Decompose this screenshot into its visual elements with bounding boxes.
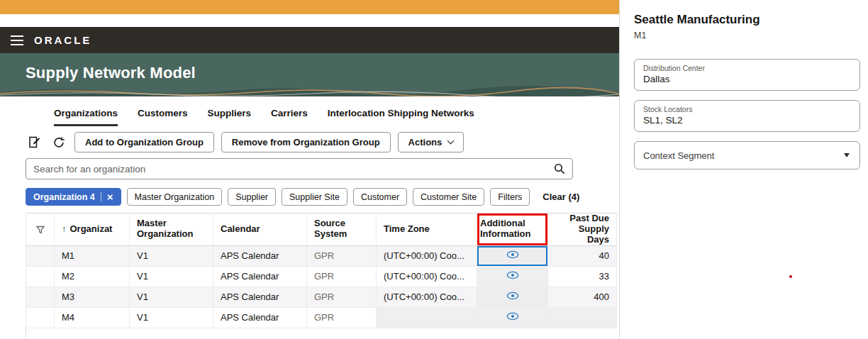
panel-fields: Distribution Center Dallas Stock Locator… xyxy=(634,59,860,170)
table-row-m1[interactable]: M1 V1 APS Calendar GPR (UTC+00:00) Coo..… xyxy=(26,245,617,266)
organizations-table: ↑Organizat Master Organization Calendar … xyxy=(26,213,617,328)
filter-chip-supplier[interactable]: Supplier xyxy=(228,188,276,206)
search-icon[interactable] xyxy=(554,163,565,174)
global-header: ORACLE xyxy=(0,27,619,53)
distribution-center-field[interactable]: Distribution Center Dallas xyxy=(634,59,860,91)
annotation-dot xyxy=(789,275,792,278)
table-toolbar: Add to Organization Group Remove from Or… xyxy=(26,132,619,152)
past-due-supply-days-cell[interactable]: 33 xyxy=(548,266,617,287)
past-due-supply-days-cell xyxy=(548,307,617,328)
eye-icon xyxy=(506,250,519,259)
organization-cell[interactable]: M4 xyxy=(55,307,130,328)
organization-cell[interactable]: M1 xyxy=(55,245,130,266)
past-due-supply-days-cell[interactable]: 400 xyxy=(548,287,617,307)
table-header-row: ↑Organizat Master Organization Calendar … xyxy=(26,213,617,246)
tab-interlocation-shipping-networks[interactable]: Interlocation Shipping Networks xyxy=(328,108,474,126)
eye-icon xyxy=(506,291,519,300)
oracle-logo: ORACLE xyxy=(34,34,91,46)
source-system-cell: GPR xyxy=(307,266,377,287)
column-header-master-organization[interactable]: Master Organization xyxy=(130,213,213,246)
stock-locators-field[interactable]: Stock Locators SL1, SL2 xyxy=(634,100,860,132)
clear-filters-button[interactable]: Clear (4) xyxy=(542,191,579,202)
filter-chip-customer-site[interactable]: Customer Site xyxy=(413,188,484,206)
row-selector-cell[interactable] xyxy=(26,266,55,287)
tab-bar: Organizations Customers Suppliers Carrie… xyxy=(54,108,619,126)
field-value: SL1, SL2 xyxy=(643,115,851,126)
main-content: Organizations Customers Suppliers Carrie… xyxy=(0,108,619,339)
column-header-past-due-supply-days[interactable]: Past Due Supply Days xyxy=(548,213,617,246)
row-selector-cell[interactable] xyxy=(26,245,55,266)
master-organization-cell[interactable]: V1 xyxy=(130,287,213,307)
banner-decoration-pattern xyxy=(0,86,619,96)
panel-subtitle: M1 xyxy=(634,30,860,40)
top-accent-bar xyxy=(0,0,619,14)
column-label: Organizat xyxy=(70,223,113,234)
additional-information-cell[interactable] xyxy=(477,307,548,328)
field-value: Dallas xyxy=(643,74,851,84)
column-header-additional-information[interactable]: Additional Information xyxy=(477,213,548,246)
close-icon[interactable]: × xyxy=(107,191,113,202)
column-header-organization[interactable]: ↑Organizat xyxy=(55,213,130,246)
calendar-cell[interactable]: APS Calendar xyxy=(213,266,307,287)
remove-from-organization-group-button[interactable]: Remove from Organization Group xyxy=(221,132,391,152)
time-zone-cell[interactable]: (UTC+00:00) Coo... xyxy=(377,287,477,307)
refresh-icon-button[interactable] xyxy=(50,134,67,151)
column-header-time-zone[interactable]: Time Zone xyxy=(377,213,477,246)
master-organization-cell[interactable]: V1 xyxy=(130,245,213,266)
tab-suppliers[interactable]: Suppliers xyxy=(208,108,252,126)
refresh-icon xyxy=(52,136,65,149)
panel-title: Seattle Manufacturing xyxy=(634,13,860,27)
additional-information-cell[interactable] xyxy=(477,266,548,287)
calendar-cell[interactable]: APS Calendar xyxy=(213,245,307,266)
master-organization-cell[interactable]: V1 xyxy=(130,307,213,328)
source-system-cell: GPR xyxy=(307,307,377,328)
main-area: ORACLE Supply Network Model Organization… xyxy=(0,0,619,339)
edit-page-icon xyxy=(28,135,41,149)
add-to-organization-group-button[interactable]: Add to Organization Group xyxy=(74,132,214,152)
dropdown-caret-icon xyxy=(844,153,850,157)
filters-button[interactable]: Filters xyxy=(490,188,530,206)
edit-page-icon-button[interactable] xyxy=(26,133,43,151)
additional-information-cell[interactable] xyxy=(477,245,548,266)
tab-carriers[interactable]: Carriers xyxy=(271,108,308,126)
eye-icon xyxy=(506,312,519,321)
filter-chip-master-organization[interactable]: Master Organization xyxy=(127,188,223,206)
tab-customers[interactable]: Customers xyxy=(138,108,188,126)
source-system-cell: GPR xyxy=(307,287,377,307)
master-organization-cell[interactable]: V1 xyxy=(130,266,213,287)
table-row-m3[interactable]: M3 V1 APS Calendar GPR (UTC+00:00) Coo..… xyxy=(26,287,617,307)
sort-ascending-icon[interactable]: ↑ xyxy=(62,223,67,234)
actions-label: Actions xyxy=(408,137,443,148)
calendar-cell[interactable]: APS Calendar xyxy=(213,307,307,328)
filter-chip-customer[interactable]: Customer xyxy=(353,188,407,206)
field-label: Context Segment xyxy=(643,150,714,161)
row-selector-cell[interactable] xyxy=(26,287,55,307)
additional-information-panel: Seattle Manufacturing M1 Distribution Ce… xyxy=(619,0,868,339)
top-gap xyxy=(0,14,619,27)
time-zone-cell[interactable]: (UTC+00:00) Coo... xyxy=(377,266,477,287)
time-zone-cell[interactable]: (UTC+00:00) Coo... xyxy=(377,245,477,266)
context-segment-dropdown[interactable]: Context Segment xyxy=(634,141,860,170)
organization-cell[interactable]: M2 xyxy=(55,266,130,287)
active-filter-chip-organization-4[interactable]: Organization 4 × xyxy=(26,188,121,206)
app-root: ORACLE Supply Network Model Organization… xyxy=(0,0,868,339)
table-row-m2[interactable]: M2 V1 APS Calendar GPR (UTC+00:00) Coo..… xyxy=(26,266,617,287)
past-due-supply-days-cell[interactable]: 40 xyxy=(548,245,617,266)
page-banner: Supply Network Model xyxy=(0,53,619,96)
chip-divider xyxy=(101,192,101,201)
organization-cell[interactable]: M3 xyxy=(55,287,130,307)
actions-menu-button[interactable]: Actions xyxy=(398,132,464,152)
additional-information-cell[interactable] xyxy=(477,287,548,307)
filter-chip-supplier-site[interactable]: Supplier Site xyxy=(282,188,347,206)
table-row-m4[interactable]: M4 V1 APS Calendar GPR xyxy=(26,307,617,328)
row-header-column[interactable] xyxy=(26,213,55,246)
field-label: Distribution Center xyxy=(643,64,851,72)
calendar-cell[interactable]: APS Calendar xyxy=(213,287,307,307)
row-selector-cell[interactable] xyxy=(26,307,55,328)
column-header-calendar[interactable]: Calendar xyxy=(213,213,307,246)
search-input[interactable] xyxy=(33,164,554,174)
tab-organizations[interactable]: Organizations xyxy=(54,108,118,126)
menu-icon[interactable] xyxy=(11,35,23,45)
column-header-source-system[interactable]: Source System xyxy=(307,213,377,246)
filter-icon xyxy=(36,226,45,234)
